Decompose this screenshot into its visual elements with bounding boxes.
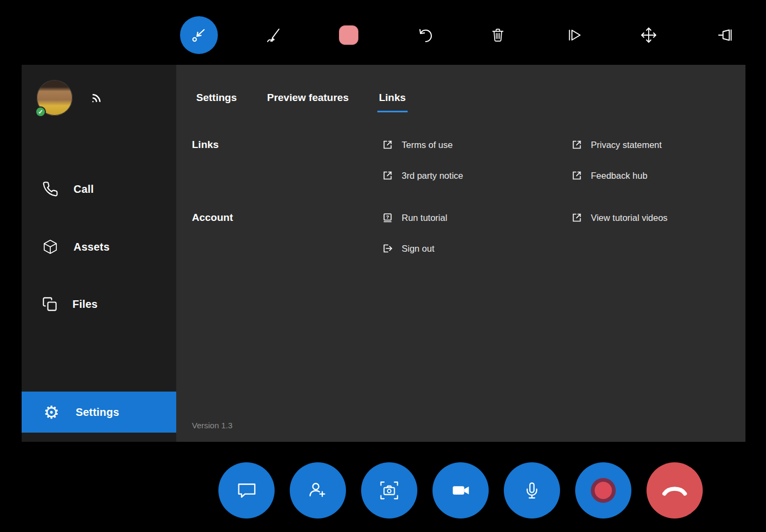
draw-tool-button[interactable] bbox=[255, 16, 292, 54]
app-window: ✓ Call Assets bbox=[0, 0, 766, 532]
pen-icon bbox=[264, 26, 283, 44]
select-tool-button[interactable] bbox=[180, 16, 218, 54]
chat-icon bbox=[234, 478, 259, 503]
pin-icon bbox=[716, 26, 734, 44]
links-section-title: Links bbox=[192, 138, 219, 151]
link-label: View tutorial videos bbox=[591, 211, 668, 224]
microphone-icon bbox=[524, 482, 540, 499]
video-button[interactable] bbox=[432, 462, 489, 518]
tab-bar: Settings Preview features Links bbox=[195, 92, 408, 112]
external-link-icon bbox=[382, 170, 394, 181]
account-section-title: Account bbox=[192, 211, 233, 224]
move-arrows-icon bbox=[640, 26, 658, 44]
sidebar-item-settings[interactable]: ⚙ Settings bbox=[22, 392, 176, 433]
undo-icon bbox=[416, 26, 433, 44]
settings-panel: Settings Preview features Links Links Te… bbox=[176, 65, 745, 442]
erase-button[interactable] bbox=[479, 16, 517, 54]
tab-preview-features[interactable]: Preview features bbox=[265, 92, 350, 112]
ink-color-button[interactable] bbox=[330, 16, 368, 54]
pin-tool-button[interactable] bbox=[706, 16, 744, 54]
undo-button[interactable] bbox=[405, 16, 443, 54]
hang-up-button[interactable] bbox=[647, 462, 703, 518]
sidebar-item-call[interactable]: Call bbox=[22, 173, 176, 205]
sidebar: ✓ Call Assets bbox=[22, 65, 176, 442]
trash-icon bbox=[489, 26, 507, 44]
run-tutorial-link[interactable]: ? Run tutorial bbox=[382, 211, 447, 224]
link-label: Feedback hub bbox=[591, 169, 648, 182]
third-party-notice-link[interactable]: 3rd party notice bbox=[382, 169, 463, 182]
gear-icon: ⚙ bbox=[42, 403, 61, 421]
tab-links[interactable]: Links bbox=[377, 92, 408, 112]
link-label: Sign out bbox=[402, 242, 435, 255]
privacy-statement-link[interactable]: Privacy statement bbox=[571, 138, 662, 151]
external-link-icon bbox=[571, 170, 583, 181]
external-link-icon bbox=[571, 212, 583, 224]
sidebar-item-label: Assets bbox=[74, 241, 110, 253]
presence-check-icon: ✓ bbox=[35, 106, 46, 117]
view-tutorial-videos-link[interactable]: View tutorial videos bbox=[571, 211, 668, 224]
phone-icon bbox=[42, 181, 58, 197]
play-arrow-icon bbox=[565, 26, 583, 44]
sidebar-item-label: Call bbox=[74, 183, 94, 196]
sidebar-item-assets[interactable]: Assets bbox=[22, 231, 176, 263]
link-label: Terms of use bbox=[402, 138, 452, 151]
select-arrow-icon bbox=[189, 25, 209, 45]
link-label: Run tutorial bbox=[402, 211, 447, 224]
video-camera-icon bbox=[448, 478, 473, 503]
external-link-icon bbox=[382, 139, 394, 151]
link-label: 3rd party notice bbox=[402, 169, 463, 182]
add-person-icon bbox=[305, 478, 330, 503]
sidebar-item-label: Files bbox=[72, 298, 98, 311]
copy-icon bbox=[42, 297, 57, 312]
cube-icon bbox=[42, 239, 58, 255]
hang-up-icon bbox=[660, 479, 690, 502]
sign-out-icon bbox=[382, 243, 394, 254]
move-tool-button[interactable] bbox=[630, 16, 668, 54]
microphone-button[interactable] bbox=[504, 462, 560, 518]
signal-strength-icon bbox=[85, 86, 108, 109]
svg-text:?: ? bbox=[386, 214, 389, 220]
capture-photo-button[interactable] bbox=[361, 462, 417, 518]
external-link-icon bbox=[571, 139, 583, 151]
version-label: Version 1.3 bbox=[192, 421, 232, 430]
chat-button[interactable] bbox=[218, 462, 275, 518]
arrow-tool-button[interactable] bbox=[555, 16, 593, 54]
feedback-hub-link[interactable]: Feedback hub bbox=[571, 169, 648, 182]
sign-out-link[interactable]: Sign out bbox=[382, 242, 435, 255]
record-button[interactable] bbox=[575, 462, 631, 518]
sidebar-item-label: Settings bbox=[76, 406, 119, 419]
avatar: ✓ bbox=[37, 80, 72, 116]
question-icon: ? bbox=[382, 212, 394, 224]
add-participant-button[interactable] bbox=[290, 462, 346, 518]
camera-capture-icon bbox=[377, 478, 402, 503]
link-label: Privacy statement bbox=[591, 138, 662, 151]
record-dot-icon bbox=[591, 478, 616, 503]
tab-settings[interactable]: Settings bbox=[195, 92, 238, 112]
color-swatch bbox=[339, 25, 358, 45]
terms-of-use-link[interactable]: Terms of use bbox=[382, 138, 452, 151]
sidebar-item-files[interactable]: Files bbox=[22, 288, 176, 320]
